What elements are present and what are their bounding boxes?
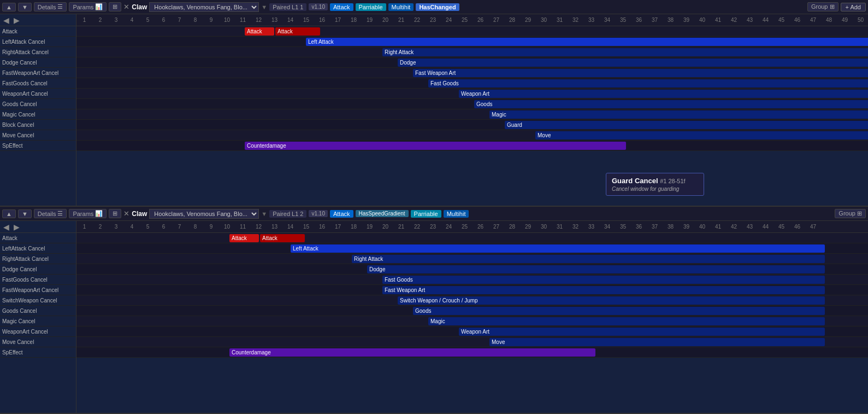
bar-5-1[interactable] xyxy=(857,79,868,88)
collapse-up-btn-1[interactable]: ▲ xyxy=(2,3,16,11)
tag-multihit-1[interactable]: Multihit xyxy=(388,3,414,11)
bar-0-0[interactable]: Attack xyxy=(229,234,259,242)
ruler-nav-next-1[interactable]: ▶ xyxy=(13,16,21,25)
ruler-num-50: 50 xyxy=(853,17,868,23)
ruler-nav-prev-1[interactable]: ◀ xyxy=(2,16,10,25)
ruler-num-40: 40 xyxy=(694,17,710,23)
timeline-area-2: ◀ ▶ Attack LeftAttack Cancel RightAttack… xyxy=(0,221,868,413)
details-btn-2[interactable]: Details ☰ xyxy=(34,209,67,218)
ruler-nav-next-2[interactable]: ▶ xyxy=(13,223,21,231)
group-btn-1[interactable]: Group ⊞ xyxy=(807,2,839,11)
timeline-area-1: ◀ ▶ Attack LeftAttack Cancel RightAttack… xyxy=(0,14,868,206)
bar-4-0[interactable]: Fast Goods xyxy=(382,276,825,284)
timeline-row-2: Right Attack xyxy=(76,254,868,264)
params-label-2: Params xyxy=(73,211,93,217)
anim-dropdown-2[interactable]: Hookclaws, Venomous Fang, Blo... xyxy=(149,209,259,219)
bar-10-0[interactable]: Move xyxy=(535,131,868,139)
bar-9-0[interactable]: Guard xyxy=(505,121,868,129)
bar-6-0[interactable]: Switch Weapon / Crouch / Jump xyxy=(398,296,825,305)
tag-haschanged-1[interactable]: HasChanged xyxy=(416,3,459,11)
params-btn-1[interactable]: Params 📊 xyxy=(69,2,107,11)
bar-8-0[interactable]: Magic xyxy=(428,317,825,325)
timeline-row-11: Counterdamage xyxy=(76,141,868,151)
fit-btn-1[interactable]: ⊞ xyxy=(109,2,121,11)
timeline-row-3: Dodge xyxy=(76,264,868,275)
params-icon-2: 📊 xyxy=(95,210,103,217)
ruler-num-23: 23 xyxy=(425,224,441,230)
timeline-row-4: Fast Weapon Art xyxy=(76,68,868,78)
ruler-num-40: 40 xyxy=(694,224,710,230)
bar-4-1[interactable] xyxy=(857,69,868,77)
bar-0-1[interactable]: Attack xyxy=(260,234,305,242)
tag-parriable-1[interactable]: Parriable xyxy=(356,3,386,11)
collapse-up-btn-2[interactable]: ▲ xyxy=(2,209,16,218)
bar-11-0[interactable]: Counterdamage xyxy=(229,348,595,357)
row-label-block-1: Block Cancel xyxy=(0,120,76,130)
bar-6-0[interactable]: Weapon Art xyxy=(459,90,868,98)
ruler-num-24: 24 xyxy=(441,224,457,230)
ruler-num-49: 49 xyxy=(837,17,853,23)
ruler-num-47: 47 xyxy=(805,17,821,23)
timeline-row-7: Goods xyxy=(76,306,868,316)
timeline-row-2: Right Attack xyxy=(76,47,868,57)
ruler-num-44: 44 xyxy=(758,224,773,230)
timeline-row-5: Fast Weapon Art xyxy=(76,285,868,295)
tooltip-1: Guard Cancel #1 28-51f Cancel window for… xyxy=(606,173,704,196)
timeline-row-3: Dodge xyxy=(76,57,868,68)
tag-parriable-2[interactable]: Parriable xyxy=(411,210,441,218)
ruler-num-17: 17 xyxy=(330,224,346,230)
ruler-num-14: 14 xyxy=(282,17,298,23)
tag-multihit-2[interactable]: Multihit xyxy=(444,210,469,218)
anim-name-2: Claw xyxy=(132,210,147,218)
toolbar-2: ▲ ▼ Details ☰ Params 📊 ⊞ ✕ Claw Hookclaw… xyxy=(0,207,868,221)
bar-4-0[interactable]: Fast Weapon Art xyxy=(413,69,868,77)
ruler-num-36: 36 xyxy=(631,17,647,23)
bar-5-0[interactable]: Fast Goods xyxy=(428,79,868,88)
ruler-num-30: 30 xyxy=(536,224,552,230)
timeline-row-11: Counterdamage xyxy=(76,347,868,358)
ruler-num-46: 46 xyxy=(789,17,805,23)
row-label-fastgoods-1: FastGoods Cancel xyxy=(0,78,76,89)
ruler-num-15: 15 xyxy=(298,224,314,230)
add-btn-1[interactable]: + Add xyxy=(841,3,866,11)
bar-1-0[interactable]: Left Attack xyxy=(291,244,825,253)
close-icon-1[interactable]: ✕ xyxy=(123,3,129,11)
ruler-num-3: 3 xyxy=(108,224,124,230)
ruler-num-6: 6 xyxy=(156,224,172,230)
collapse-down-btn-2[interactable]: ▼ xyxy=(18,209,32,218)
ruler-num-21: 21 xyxy=(393,17,409,23)
ruler-num-20: 20 xyxy=(377,17,393,23)
timeline-row-4: Fast Goods xyxy=(76,275,868,285)
ruler-num-24: 24 xyxy=(441,17,457,23)
ruler-num-23: 23 xyxy=(425,17,441,23)
params-btn-2[interactable]: Params 📊 xyxy=(69,209,107,218)
bar-3-0[interactable]: Dodge xyxy=(398,59,868,67)
close-icon-2[interactable]: ✕ xyxy=(123,209,129,218)
fit-btn-2[interactable]: ⊞ xyxy=(109,209,121,218)
timeline-row-10: Move xyxy=(76,337,868,347)
bar-10-0[interactable]: Move xyxy=(489,338,825,346)
bar-2-0[interactable]: Right Attack xyxy=(352,255,825,263)
tag-attack-1[interactable]: Attack xyxy=(330,3,353,11)
bar-3-0[interactable]: Dodge xyxy=(367,265,825,273)
group-btn-2[interactable]: Group ⊞ xyxy=(835,209,866,218)
bar-5-0[interactable]: Fast Weapon Art xyxy=(382,286,825,294)
tag-attack-2[interactable]: Attack xyxy=(330,210,353,218)
bar-7-0[interactable]: Goods xyxy=(474,100,868,108)
bar-2-0[interactable]: Right Attack xyxy=(382,48,868,56)
bar-0-0[interactable]: Attack xyxy=(245,27,274,36)
ruler-num-34: 34 xyxy=(599,224,615,230)
ruler-num-31: 31 xyxy=(552,224,568,230)
ruler-nav-prev-2[interactable]: ◀ xyxy=(2,223,10,231)
bar-9-0[interactable]: Weapon Art xyxy=(459,328,825,336)
anim-dropdown-1[interactable]: Hookclaws, Venomous Fang, Blo... xyxy=(149,2,259,12)
bar-11-0[interactable]: Counterdamage xyxy=(245,142,626,150)
collapse-down-btn-1[interactable]: ▼ xyxy=(18,3,32,11)
tag-hasspeedgradient-2[interactable]: HasSpeedGradient xyxy=(356,210,409,217)
details-btn-1[interactable]: Details ☰ xyxy=(34,2,67,11)
bar-7-0[interactable]: Goods xyxy=(413,307,825,315)
timeline-rows-2: AttackAttackLeft AttackRight AttackDodge… xyxy=(76,233,868,358)
bar-0-1[interactable]: Attack xyxy=(275,27,320,36)
bar-1-0[interactable]: Left Attack xyxy=(306,38,868,46)
bar-8-0[interactable]: Magic xyxy=(489,110,868,119)
